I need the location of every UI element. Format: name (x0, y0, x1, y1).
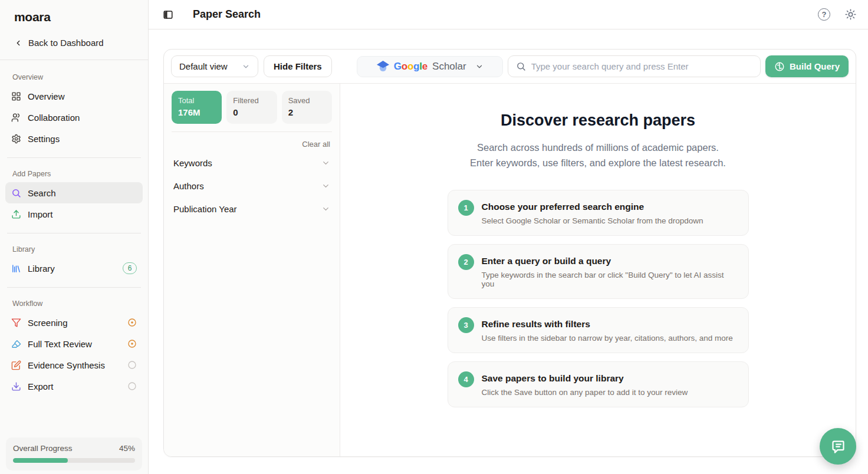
sidebar-item-library[interactable]: Library 6 (5, 258, 143, 279)
users-icon (11, 113, 21, 123)
scholar-cap-icon (376, 60, 390, 73)
sidebar-nav: Overview Overview Collaboration Settings… (0, 60, 148, 433)
page-title: Paper Search (193, 8, 261, 21)
filter-group-label: Authors (173, 181, 204, 191)
clear-all-button[interactable]: Clear all (302, 140, 330, 149)
search-icon (11, 188, 21, 198)
gear-icon (11, 134, 21, 144)
step-title: Save papers to build your library (482, 371, 688, 384)
sidebar-item-label: Full Text Review (28, 339, 92, 349)
step-description: Use filters in the sidebar to narrow by … (482, 334, 733, 343)
step-number-badge: 3 (458, 317, 474, 333)
filter-group-authors[interactable]: Authors (172, 175, 332, 198)
section-label-overview: Overview (5, 61, 143, 85)
sidebar-item-export[interactable]: Export (5, 376, 143, 397)
sidebar-item-import[interactable]: Import (5, 203, 143, 225)
brain-icon (774, 61, 785, 72)
google-wordmark: Google (394, 61, 428, 73)
sidebar-item-full-text-review[interactable]: Full Text Review (5, 333, 143, 354)
step-card-1: 1 Choose your preferred search engine Se… (448, 190, 749, 236)
stat-label: Total (178, 96, 215, 105)
paper-search-panel: Default view Hide Filters Google Scholar (163, 49, 856, 457)
chevron-down-icon (242, 62, 250, 71)
search-box (508, 55, 761, 77)
sun-icon[interactable] (845, 9, 856, 20)
onboarding-steps: 1 Choose your preferred search engine Se… (448, 190, 749, 407)
sidebar-item-screening[interactable]: Screening (5, 312, 143, 333)
search-input[interactable] (531, 61, 752, 71)
sidebar-item-label: Export (28, 381, 53, 391)
stat-saved[interactable]: Saved 2 (282, 91, 332, 124)
stat-total[interactable]: Total 176M (172, 91, 222, 124)
filter-group-label: Publication Year (173, 204, 237, 214)
chat-bubble-icon (830, 439, 846, 455)
upload-icon (11, 209, 21, 219)
sidebar-item-label: Overview (28, 91, 65, 101)
search-icon (516, 61, 526, 71)
chevron-down-icon (321, 205, 330, 213)
section-label-workflow: Workflow (5, 288, 143, 312)
sidebar-item-search[interactable]: Search (5, 182, 143, 203)
progress-bar-fill (13, 458, 68, 463)
sidebar-item-evidence-synthesis[interactable]: Evidence Synthesis (5, 354, 143, 376)
sidebar-item-settings[interactable]: Settings (5, 128, 143, 149)
stat-label: Saved (288, 96, 326, 105)
build-query-button[interactable]: Build Query (765, 55, 849, 77)
edit-icon (11, 360, 21, 370)
app-logo: moara (0, 0, 148, 33)
highlighter-icon (11, 339, 21, 349)
status-pending-icon (127, 381, 137, 391)
progress-value: 45% (119, 444, 135, 453)
stat-value: 0 (233, 107, 270, 117)
library-icon (11, 264, 21, 274)
funnel-icon (11, 318, 21, 328)
clear-row: Clear all (172, 131, 332, 152)
sidebar-item-label: Library (28, 264, 55, 274)
sidebar-item-label: Settings (28, 134, 60, 144)
help-icon[interactable]: ? (818, 8, 830, 21)
sidebar-item-label: Import (28, 209, 53, 219)
empty-state-title: Discover research papers (501, 111, 695, 130)
back-to-dashboard-label: Back to Dashboard (28, 38, 104, 48)
step-card-3: 3 Refine results with filters Use filter… (448, 307, 749, 353)
step-number-badge: 4 (458, 371, 474, 387)
library-count-badge: 6 (123, 262, 137, 274)
search-engine-select[interactable]: Google Scholar (357, 56, 503, 77)
card-body: Total 176M Filtered 0 Saved 2 Clear all … (164, 84, 856, 456)
back-to-dashboard-link[interactable]: Back to Dashboard (0, 33, 148, 60)
step-card-2: 2 Enter a query or build a query Type ke… (448, 244, 749, 299)
filter-group-label: Keywords (173, 158, 212, 168)
stat-filtered[interactable]: Filtered 0 (226, 91, 277, 124)
empty-state-subtitle: Search across hundreds of millions of ac… (470, 140, 726, 170)
status-pending-icon (127, 360, 137, 370)
filter-panel: Total 176M Filtered 0 Saved 2 Clear all … (164, 84, 340, 456)
progress-bar-track (13, 458, 135, 463)
hide-filters-button[interactable]: Hide Filters (264, 55, 332, 77)
status-in-progress-icon (127, 318, 137, 327)
filter-group-publication-year[interactable]: Publication Year (172, 198, 332, 220)
chevron-down-icon (475, 62, 484, 71)
step-title: Refine results with filters (482, 317, 733, 330)
filter-group-keywords[interactable]: Keywords (172, 152, 332, 175)
sidebar-item-overview[interactable]: Overview (5, 85, 143, 107)
search-toolbar: Default view Hide Filters Google Scholar (164, 50, 856, 84)
sidebar-item-collaboration[interactable]: Collaboration (5, 107, 143, 128)
sidebar-item-label: Evidence Synthesis (28, 360, 105, 370)
stat-value: 176M (178, 107, 215, 117)
step-card-4: 4 Save papers to build your library Clic… (448, 361, 749, 407)
scholar-wordmark: Scholar (432, 61, 466, 73)
section-label-add-papers: Add Papers (5, 158, 143, 182)
status-in-progress-icon (127, 339, 137, 348)
chat-button[interactable] (820, 428, 856, 465)
progress-label: Overall Progress (13, 444, 73, 453)
step-description: Select Google Scholar or Semantic Schola… (482, 216, 703, 225)
sidebar-toggle-icon[interactable] (160, 7, 176, 22)
section-label-library: Library (5, 233, 143, 258)
view-select-value: Default view (179, 61, 228, 71)
chevron-down-icon (321, 182, 330, 190)
grid-icon (11, 91, 21, 101)
view-select[interactable]: Default view (171, 55, 258, 77)
step-number-badge: 2 (458, 254, 474, 270)
chevron-left-icon (14, 39, 22, 47)
step-description: Type keywords in the search bar or click… (482, 271, 738, 288)
